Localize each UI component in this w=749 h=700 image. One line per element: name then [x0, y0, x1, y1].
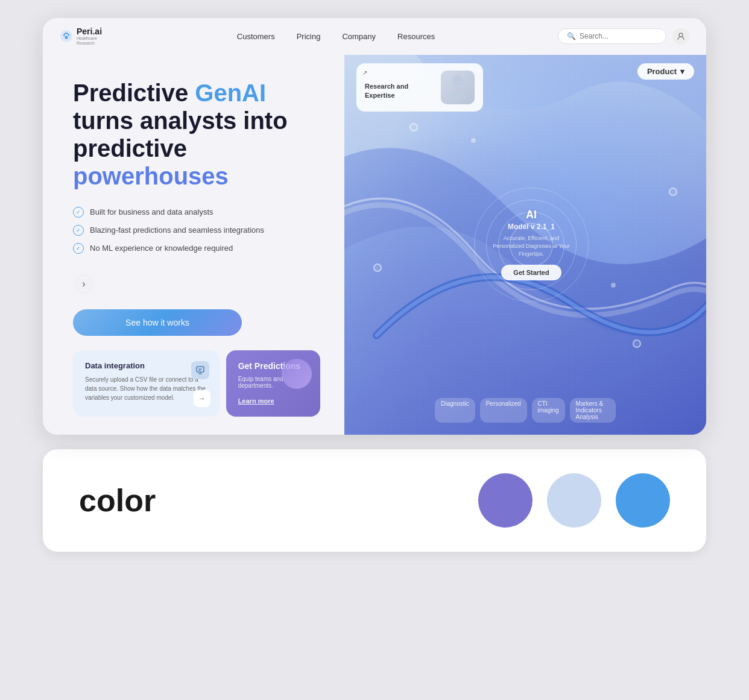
predictions-card: Get Predictions Equip teams and departme… [226, 350, 320, 417]
hero-area: Predictive GenAIturns analysts intopredi… [43, 55, 706, 435]
main-card: Peri.ai HealthcareResearch Customers Pri… [43, 18, 706, 435]
learn-more-link[interactable]: Learn more [238, 397, 274, 405]
data-integration-desc: Securely upload a CSV file or connect to… [85, 375, 208, 402]
user-icon[interactable] [672, 28, 689, 45]
ai-subtitle: Model v 2.1_1 [492, 222, 570, 231]
product-label: Product [647, 67, 677, 76]
next-arrow-button[interactable]: › [73, 273, 95, 295]
ai-desc: Accurate, Efficient, and Personalized Di… [492, 235, 570, 257]
dot-sm-2 [611, 283, 616, 288]
nav-customers[interactable]: Customers [227, 28, 285, 45]
search-input[interactable] [580, 32, 652, 40]
hero-genai: GenAI [195, 80, 266, 106]
chevron-down-icon: ▾ [680, 67, 684, 76]
product-dropdown[interactable]: Product ▾ [637, 63, 694, 80]
feature-2: ✓ Blazing-fast predictions and seamless … [73, 225, 320, 236]
swatch-purple [478, 473, 533, 528]
palette-title: color [79, 482, 156, 519]
hero-powerhouses: powerhouses [73, 163, 229, 189]
logo-text: Peri.ai [77, 27, 102, 36]
tag-markers: Markers & Indicators Analysis [570, 398, 616, 423]
logo-subtext: HealthcareResearch [77, 36, 102, 46]
data-integration-title: Data integration [85, 361, 208, 370]
nav-company[interactable]: Company [332, 28, 385, 45]
research-card[interactable]: ↗ Research and Expertise [356, 63, 483, 112]
bottom-cards: Data integration Securely upload a CSV f… [73, 350, 320, 417]
svg-point-1 [65, 36, 68, 39]
research-card-title: Research and Expertise [365, 82, 434, 99]
search-icon: 🔍 [567, 32, 576, 40]
navbar: Peri.ai HealthcareResearch Customers Pri… [43, 18, 706, 55]
get-started-button[interactable]: Get Started [501, 265, 561, 280]
svg-point-7 [452, 75, 463, 86]
search-bar[interactable]: 🔍 [558, 28, 666, 44]
tag-personalized: Personalized [480, 398, 527, 423]
feature-1: ✓ Built for business and data analysts [73, 207, 320, 218]
ai-title: AI [492, 209, 570, 221]
ai-text: AI Model v 2.1_1 Accurate, Efficient, an… [492, 209, 570, 280]
research-card-image [441, 71, 475, 104]
bottom-tags: Diagnostic Personalized CTI imaging Mark… [435, 398, 616, 423]
nav-links: Customers Pricing Company Resources [126, 28, 546, 45]
feature-3: ✓ No ML experience or knowledge required [73, 243, 320, 254]
tag-cti: CTI imaging [532, 398, 565, 423]
research-card-content: ↗ Research and Expertise [365, 75, 434, 99]
nav-right: 🔍 [558, 28, 689, 45]
nav-pricing[interactable]: Pricing [287, 28, 330, 45]
nav-resources[interactable]: Resources [388, 28, 444, 45]
svg-point-2 [679, 33, 683, 37]
logo-icon [60, 30, 73, 43]
swatch-light-blue [547, 473, 601, 528]
ai-rings: AI Model v 2.1_1 Accurate, Efficient, an… [471, 184, 592, 305]
predictions-img [282, 359, 312, 389]
palette-card: color [43, 449, 706, 552]
swatch-blue [616, 473, 670, 528]
data-integration-icon [191, 361, 209, 379]
check-icon-1: ✓ [73, 207, 84, 218]
logo: Peri.ai HealthcareResearch [60, 27, 102, 46]
data-integration-arrow[interactable]: → [194, 390, 210, 407]
data-integration-card: Data integration Securely upload a CSV f… [73, 350, 220, 417]
hero-title: Predictive GenAIturns analysts intopredi… [73, 79, 320, 190]
ai-model-area: AI Model v 2.1_1 Accurate, Efficient, an… [471, 184, 592, 305]
hero-left: Predictive GenAIturns analysts intopredi… [43, 55, 344, 435]
tag-diagnostic: Diagnostic [435, 398, 475, 423]
hero-title-part1: Predictive [73, 80, 195, 106]
check-icon-2: ✓ [73, 225, 84, 236]
external-link-icon: ↗ [362, 69, 367, 76]
features-list: ✓ Built for business and data analysts ✓… [73, 207, 320, 254]
color-swatches [478, 473, 670, 528]
cta-button[interactable]: See how it works [73, 309, 242, 336]
check-icon-3: ✓ [73, 243, 84, 254]
hero-right: Product ▾ ↗ Research and Expertise [344, 55, 706, 435]
